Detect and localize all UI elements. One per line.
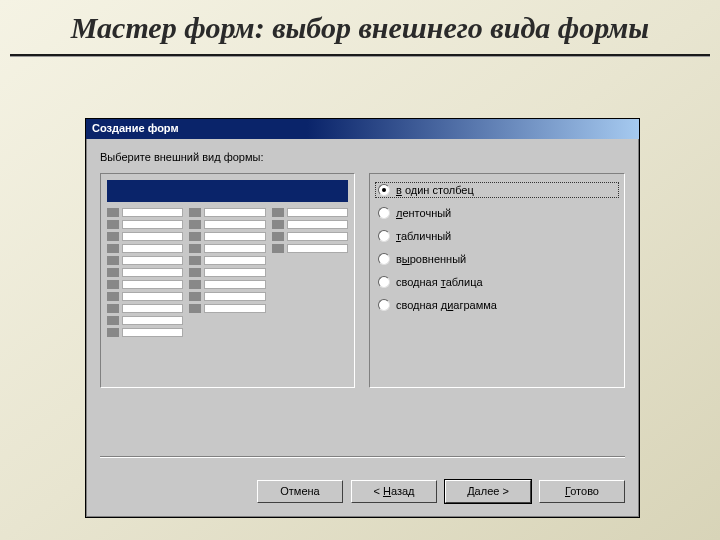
- radio-label: выровненный: [396, 253, 466, 265]
- radio-icon: [378, 276, 390, 288]
- layout-options-panel: в один столбецленточныйтабличныйвыровнен…: [369, 173, 625, 388]
- layout-option-3[interactable]: выровненный: [378, 253, 616, 265]
- preview-grid: [107, 208, 348, 381]
- radio-label: сводная диаграмма: [396, 299, 497, 311]
- back-button[interactable]: < Назад: [351, 480, 437, 503]
- radio-icon: [378, 253, 390, 265]
- wizard-button-row: Отмена < Назад Далее > Готово: [86, 476, 639, 503]
- layout-option-4[interactable]: сводная таблица: [378, 276, 616, 288]
- layout-option-1[interactable]: ленточный: [378, 207, 616, 219]
- radio-icon: [378, 184, 390, 196]
- finish-button[interactable]: Готово: [539, 480, 625, 503]
- layout-option-0[interactable]: в один столбец: [375, 182, 619, 198]
- layout-option-2[interactable]: табличный: [378, 230, 616, 242]
- back-button-label: < Назад: [373, 485, 414, 497]
- layout-preview-panel: [100, 173, 355, 388]
- radio-icon: [378, 207, 390, 219]
- radio-label: сводная таблица: [396, 276, 483, 288]
- dialog-divider: [100, 456, 625, 458]
- dialog-body: Выберите внешний вид формы:: [86, 139, 639, 476]
- radio-icon: [378, 230, 390, 242]
- preview-header-bar: [107, 180, 348, 202]
- next-button-label: Далее >: [467, 485, 509, 497]
- layout-option-5[interactable]: сводная диаграмма: [378, 299, 616, 311]
- radio-label: в один столбец: [396, 184, 474, 196]
- next-button[interactable]: Далее >: [445, 480, 531, 503]
- slide-title: Мастер форм: выбор внешнего вида формы: [0, 0, 720, 54]
- radio-label: ленточный: [396, 207, 451, 219]
- wizard-dialog: Создание форм Выберите внешний вид формы…: [85, 118, 640, 518]
- cancel-button[interactable]: Отмена: [257, 480, 343, 503]
- title-rule: [10, 54, 710, 56]
- finish-button-label: Готово: [565, 485, 599, 497]
- dialog-titlebar: Создание форм: [86, 119, 639, 139]
- instruction-text: Выберите внешний вид формы:: [100, 151, 625, 163]
- radio-icon: [378, 299, 390, 311]
- radio-label: табличный: [396, 230, 451, 242]
